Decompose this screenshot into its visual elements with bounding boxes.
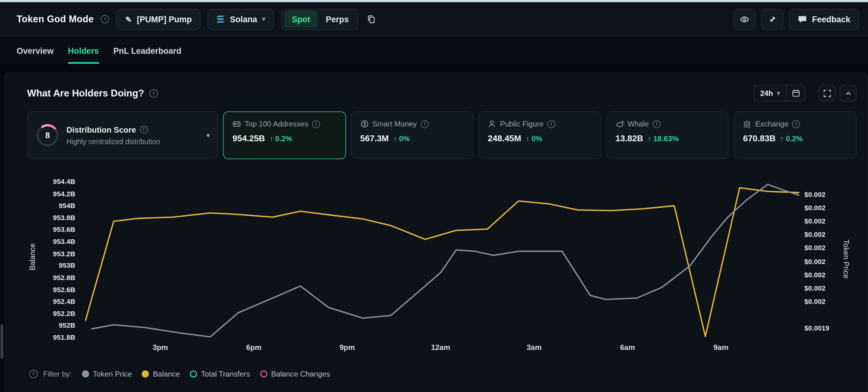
info-icon[interactable]: i <box>312 120 320 128</box>
time-axis-tick: 9am <box>704 343 738 352</box>
watch-eye-button[interactable] <box>734 9 756 30</box>
tab-pnl-leaderboard[interactable]: PnL Leaderboard <box>113 37 182 64</box>
stat-card-change: ↑ 0.2% <box>270 135 292 143</box>
info-icon[interactable]: i <box>793 120 800 128</box>
stat-card-top-100-addresses[interactable]: Top 100 Addresses i 954.25B ↑ 0.2% <box>223 111 346 159</box>
info-icon[interactable]: i <box>421 120 429 128</box>
pin-button[interactable] <box>761 9 783 30</box>
legend-label: Balance Changes <box>271 369 330 378</box>
time-axis-tick: 3pm <box>144 343 177 352</box>
info-icon[interactable]: i <box>29 369 38 378</box>
balance-axis-tick: 954.2B <box>31 190 75 198</box>
stat-card-title: Exchange <box>755 120 789 128</box>
fullscreen-button[interactable] <box>818 85 835 102</box>
legend-token-price[interactable]: Token Price <box>82 369 132 378</box>
page-scrollbar-thumb[interactable] <box>1 324 3 359</box>
balance-axis-tick: 953.2B <box>31 250 75 257</box>
stat-card-title: Public Figure <box>500 120 544 128</box>
stat-card-title: Whale <box>627 120 649 128</box>
top-accent-strip <box>0 0 868 2</box>
time-axis-tick: 12am <box>424 343 458 352</box>
distribution-score-value: 8 <box>45 131 50 140</box>
info-icon[interactable]: i <box>548 120 555 128</box>
chevron-down-icon: ▾ <box>262 16 265 23</box>
distribution-score-card[interactable]: 8 Distribution Score i Highly centralize… <box>27 111 218 159</box>
price-axis-tick: $0.002 <box>804 204 826 212</box>
chevron-down-icon[interactable]: ▾ <box>207 131 210 139</box>
stat-card-smart-money[interactable]: Smart Money i 567.3M ↑ 0% <box>351 111 473 159</box>
chart-plot[interactable] <box>5 170 868 362</box>
tab-overview[interactable]: Overview <box>17 37 54 64</box>
public-figure-icon <box>488 120 496 128</box>
chain-label: Solana <box>230 15 257 24</box>
topbar-left: Token God Mode i ✎ [PUMP] Pump Solana ▾ <box>17 9 377 30</box>
token-button-label: [PUMP] Pump <box>137 15 192 24</box>
price-axis-tick: $0.002 <box>804 231 826 239</box>
timeframe-label: 24h <box>760 89 773 97</box>
addresses-icon <box>232 120 241 128</box>
price-axis-tick: $0.002 <box>804 217 826 225</box>
stat-card-change: ↑ 0% <box>526 135 542 143</box>
stat-card-public-figure[interactable]: Public Figure i 248.45M ↑ 0% <box>478 111 601 159</box>
info-icon[interactable]: i <box>140 125 148 133</box>
legend-total-transfers[interactable]: Total Transfers <box>190 369 250 378</box>
balance-axis-tick: 952B <box>31 322 75 330</box>
smart-money-icon <box>360 120 369 128</box>
eye-icon <box>740 14 749 24</box>
timeframe-select[interactable]: 24h ▾ <box>754 85 786 101</box>
balance-axis-tick: 954.4B <box>31 178 75 186</box>
stat-card-title: Smart Money <box>372 120 417 128</box>
feedback-label: Feedback <box>812 15 850 24</box>
balance-axis-tick: 952.4B <box>31 298 75 305</box>
exchange-icon <box>743 120 751 128</box>
chain-select[interactable]: Solana ▾ <box>208 9 274 30</box>
balance-axis-tick: 952.8B <box>31 274 75 282</box>
panel-title-wrap: What Are Holders Doing? i <box>27 87 158 99</box>
legend-label: Token Price <box>93 369 132 378</box>
stat-card-change: ↑ 0.2% <box>780 135 803 143</box>
feedback-button[interactable]: Feedback <box>789 9 859 30</box>
filter-label: Filter by: <box>43 369 72 378</box>
panel-controls: 24h ▾ <box>753 85 856 102</box>
info-icon[interactable]: i <box>101 15 109 23</box>
balance-changes-dot-icon <box>260 370 267 377</box>
pin-icon <box>768 15 777 24</box>
token-select-button[interactable]: ✎ [PUMP] Pump <box>116 9 200 30</box>
balance-dot-icon <box>142 370 149 377</box>
price-axis-tick: $0.002 <box>804 298 826 305</box>
series-token-price <box>92 184 799 337</box>
panel-title: What Are Holders Doing? <box>27 87 144 99</box>
legend-label: Total Transfers <box>201 369 250 378</box>
collapse-button[interactable] <box>840 85 857 102</box>
balance-axis-tick: 952.2B <box>31 310 75 317</box>
whale-icon <box>616 120 624 128</box>
chevron-down-icon: ▾ <box>777 90 780 97</box>
distribution-title: Distribution Score <box>66 125 136 134</box>
copy-icon[interactable] <box>366 13 377 25</box>
distribution-text: Distribution Score i Highly centralized … <box>66 125 200 145</box>
panel-header: What Are Holders Doing? i 24h ▾ <box>27 85 856 102</box>
price-axis-tick: $0.002 <box>804 284 826 292</box>
holders-chart[interactable]: Balance Token Price 954.4B954.2B954B953.… <box>5 170 868 362</box>
page-tabs: Overview Holders PnL Leaderboard <box>0 37 868 64</box>
balance-axis-tick: 953.4B <box>31 238 75 246</box>
spot-tab[interactable]: Spot <box>284 10 318 28</box>
calendar-button[interactable] <box>786 85 805 101</box>
stat-card-whale[interactable]: Whale i 13.82B ↑ 18.63% <box>606 111 728 159</box>
stat-card-exchange[interactable]: Exchange i 670.83B ↑ 0.2% <box>734 111 856 159</box>
time-axis-tick: 3am <box>517 343 551 352</box>
price-axis-tick: $0.002 <box>804 271 826 279</box>
balance-axis-tick: 951.8B <box>31 334 75 342</box>
time-axis-tick: 9pm <box>331 343 364 352</box>
legend-label: Balance <box>153 369 180 378</box>
tab-holders[interactable]: Holders <box>68 37 99 64</box>
info-icon[interactable]: i <box>150 89 158 97</box>
perps-tab[interactable]: Perps <box>319 10 355 28</box>
legend-balance[interactable]: Balance <box>142 369 180 378</box>
stat-card-change: ↑ 0% <box>393 135 410 143</box>
info-icon[interactable]: i <box>653 120 660 128</box>
legend-balance-changes[interactable]: Balance Changes <box>260 369 330 378</box>
right-axis-title: Token Price <box>842 240 850 279</box>
chevron-up-icon <box>844 89 852 97</box>
filter-row: i Filter by: Token Price Balance Total T… <box>29 366 856 382</box>
